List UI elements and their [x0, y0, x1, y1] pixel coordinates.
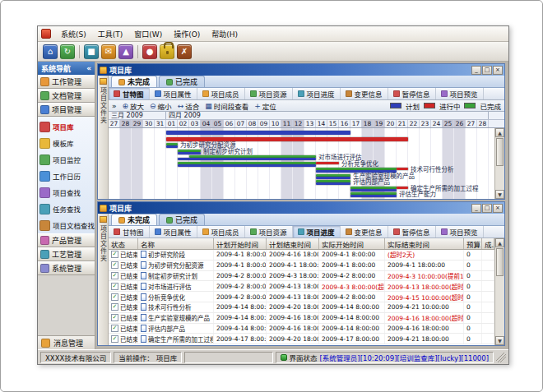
- scroll-up-arrow[interactable]: ▲: [495, 238, 504, 247]
- scroll-thumb[interactable]: [496, 248, 504, 276]
- table-window-titlebar[interactable]: 项目库 _ □ ×: [98, 202, 504, 214]
- minimize-button[interactable]: _: [471, 204, 481, 213]
- toolbar-overflow-icon[interactable]: »: [112, 102, 117, 110]
- column-header-1[interactable]: 名称: [138, 238, 214, 249]
- tab-gantt[interactable]: 甘特图: [109, 88, 150, 99]
- tab-change-info[interactable]: 变更信息: [341, 88, 388, 99]
- scroll-thumb[interactable]: [496, 138, 504, 166]
- scroll-track[interactable]: [495, 137, 504, 190]
- locate-button[interactable]: +定位: [254, 101, 276, 111]
- tab-project-members[interactable]: 项目成员: [197, 226, 245, 238]
- sidebar-group-document[interactable]: 文档管理: [38, 89, 95, 103]
- menu-help[interactable]: 帮助(H): [206, 27, 244, 41]
- resize-grip[interactable]: [496, 353, 506, 362]
- window-icon[interactable]: ■: [84, 44, 99, 59]
- tab-unfinished[interactable]: 未完成: [111, 76, 157, 87]
- table-row[interactable]: ✓已结束生产实验室规模的产品2009-4-14 8:00:002009-4-16…: [109, 313, 494, 324]
- maximize-button[interactable]: □: [482, 66, 492, 75]
- tab-unfinished[interactable]: 未完成: [111, 214, 157, 225]
- column-header-0[interactable]: 状态: [109, 238, 138, 249]
- column-header-5[interactable]: 实际结束时间: [385, 238, 464, 249]
- scroll-up-arrow[interactable]: ▲: [495, 128, 504, 137]
- tab-pause-info[interactable]: 暂停信息: [388, 226, 436, 238]
- sidebar-item-project-library[interactable]: 项目库: [38, 118, 95, 135]
- home-icon[interactable]: ⌂: [43, 44, 58, 59]
- gantt-bar-progress[interactable]: [397, 168, 408, 170]
- tab-project-resources[interactable]: 项目资源: [245, 88, 293, 99]
- gantt-vertical-scrollbar[interactable]: ▲ ▼: [494, 128, 504, 199]
- table-row[interactable]: ✓已结束为初步研究分配资源2009-4-1 8:00:002009-4-1 18…: [109, 261, 494, 271]
- table-row[interactable]: ✓已结束确定生产所需的加工过程2009-4-17 8:00:002009-4-2…: [109, 334, 494, 344]
- sidebar-item-project-doc-search[interactable]: 项目文档查找: [38, 217, 95, 233]
- sidebar-collapse-icon[interactable]: «: [86, 64, 91, 72]
- scroll-down-arrow[interactable]: ▼: [495, 190, 504, 199]
- gantt-bar-progress[interactable]: [397, 187, 408, 189]
- fit-button[interactable]: ↔适合: [178, 101, 200, 111]
- sidebar-group-project[interactable]: 项目管理: [38, 103, 95, 117]
- tab-gantt[interactable]: 甘特图: [109, 226, 150, 238]
- close-button[interactable]: ×: [493, 66, 503, 75]
- refresh-icon[interactable]: ↻: [60, 44, 75, 59]
- column-header-6[interactable]: 预算: [464, 238, 482, 249]
- table-row[interactable]: ✓已结束初步研究阶段2009-4-1 8:00:002009-4-16 18:0…: [109, 250, 494, 261]
- tab-finished[interactable]: 已完成: [159, 214, 205, 225]
- tab-project-resources[interactable]: 项目资源: [245, 226, 293, 238]
- gantt-window-titlebar[interactable]: 项目库 _ □ ×: [98, 64, 504, 76]
- column-header-3[interactable]: 计划结束时间: [267, 238, 319, 249]
- sidebar-tab-message[interactable]: 消息管理: [38, 335, 95, 349]
- table-row[interactable]: ✓已结束分析竞争优化2009-4-2 8:00:002009-4-13 18:0…: [109, 292, 494, 302]
- tab-project-progress[interactable]: 项目进度: [293, 226, 341, 238]
- project-folder-side-tab[interactable]: 项目文件夹: [98, 214, 109, 345]
- sidebar-item-task-search[interactable]: 任务查找: [38, 201, 95, 217]
- lock-icon[interactable]: [160, 44, 174, 59]
- column-header-7[interactable]: 成...: [482, 238, 494, 249]
- gantt-bar-progress[interactable]: [316, 162, 339, 164]
- table-row[interactable]: ✓已结束评估内部产品2009-4-14 8:00:002009-4-16 18:…: [109, 324, 494, 334]
- time-range-button[interactable]: ▦时间段查看: [205, 101, 248, 111]
- sidebar-item-project-monitor[interactable]: 项目监控: [38, 151, 95, 168]
- tab-project-members[interactable]: 项目成员: [197, 88, 245, 99]
- column-header-2[interactable]: 计划开始时间: [214, 238, 267, 249]
- ui-state-panel[interactable]: 界面状态 [系统管理员][10:20:09][培训监查库][lucky][110…: [276, 352, 494, 363]
- menu-operation[interactable]: 操作(O): [168, 27, 206, 41]
- table-row[interactable]: ✓已结束对市场进行评估2009-4-2 8:00:002009-4-13 18:…: [109, 281, 494, 292]
- menu-tools[interactable]: 工具(T): [92, 27, 129, 41]
- tab-finished[interactable]: 已完成: [159, 76, 205, 87]
- sidebar-item-template-library[interactable]: 模板库: [38, 135, 95, 151]
- table-row[interactable]: ✓已结束制定初步研究计划2009-4-2 8:00:002009-4-3 18:…: [109, 271, 494, 282]
- tab-project-attributes[interactable]: 项目属性: [150, 226, 197, 238]
- minimize-button[interactable]: _: [471, 66, 481, 75]
- tab-project-preview[interactable]: 项目预览: [436, 88, 484, 99]
- tab-change-info[interactable]: 变更信息: [341, 226, 388, 238]
- maximize-button[interactable]: □: [482, 204, 492, 213]
- scroll-track[interactable]: [495, 247, 504, 336]
- extra-cell: [482, 324, 494, 334]
- tab-project-attributes[interactable]: 项目属性: [150, 88, 197, 99]
- table-row[interactable]: ✓已结束技术可行性分析2009-4-14 8:00:002009-4-20 18…: [109, 302, 494, 313]
- menu-window[interactable]: 窗口(W): [128, 27, 168, 41]
- menu-system[interactable]: 系统(S): [55, 27, 92, 41]
- sidebar-group-process[interactable]: 工艺管理: [38, 247, 95, 261]
- gantt-bar-plan[interactable]: [350, 195, 397, 197]
- gantt-bar-progress[interactable]: [166, 137, 408, 141]
- zoom-in-button[interactable]: ⊕放大: [123, 101, 145, 111]
- chart-icon[interactable]: ▲: [118, 44, 133, 59]
- report-icon[interactable]: ●: [142, 44, 157, 59]
- close-button[interactable]: ×: [493, 204, 503, 213]
- table-vertical-scrollbar[interactable]: ▲ ▼: [494, 238, 504, 345]
- gantt-bar-plan[interactable]: [166, 131, 350, 135]
- mail-icon[interactable]: ✉: [101, 44, 116, 59]
- scroll-down-arrow[interactable]: ▼: [495, 336, 504, 345]
- sidebar-group-work[interactable]: 工作管理: [38, 75, 95, 89]
- tab-pause-info[interactable]: 暂停信息: [388, 88, 436, 99]
- exit-icon[interactable]: ✗: [177, 44, 192, 59]
- sidebar-item-work-calendar[interactable]: 工作日历: [38, 168, 95, 184]
- sidebar-item-project-search[interactable]: 项目查找: [38, 184, 95, 201]
- sidebar-group-product[interactable]: 产品管理: [38, 233, 95, 247]
- zoom-out-button[interactable]: ⊖缩小: [150, 101, 172, 111]
- project-folder-side-tab[interactable]: 项目文件夹: [98, 76, 109, 199]
- tab-project-preview[interactable]: 项目预览: [436, 226, 484, 238]
- column-header-4[interactable]: 实际开始时间: [319, 238, 385, 249]
- tab-project-progress[interactable]: 项目进度: [293, 88, 341, 99]
- sidebar-group-system[interactable]: 系统管理: [38, 261, 95, 275]
